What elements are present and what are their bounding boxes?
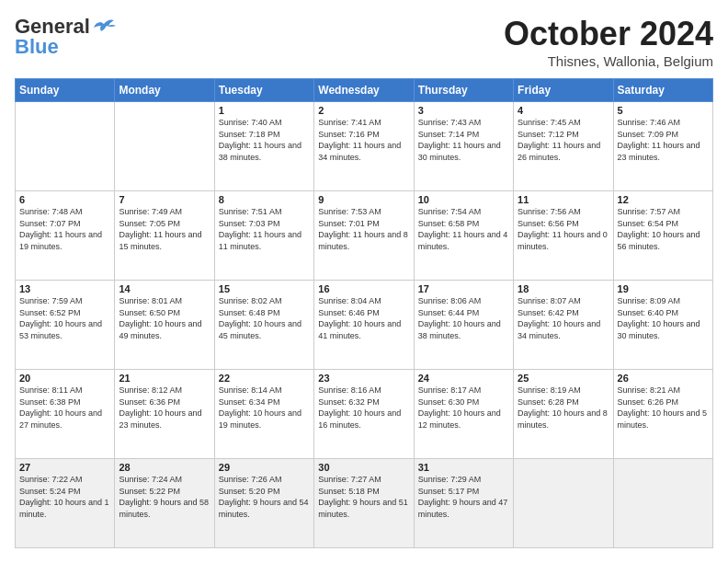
sunset-text: Sunset: 7:16 PM xyxy=(318,130,380,139)
cell-week2-day0: 6Sunrise: 7:48 AMSunset: 7:07 PMDaylight… xyxy=(16,191,115,281)
daylight-text: Daylight: 11 hours and 11 minutes. xyxy=(219,230,301,251)
day-info: Sunrise: 7:40 AMSunset: 7:18 PMDaylight:… xyxy=(219,117,310,163)
sunrise-text: Sunrise: 7:46 AM xyxy=(618,118,681,127)
logo: General Blue xyxy=(15,15,116,59)
day-number: 6 xyxy=(19,194,110,205)
daylight-text: Daylight: 10 hours and 38 minutes. xyxy=(418,319,501,340)
sunrise-text: Sunrise: 8:01 AM xyxy=(119,296,182,305)
daylight-text: Daylight: 10 hours and 45 minutes. xyxy=(219,319,301,340)
day-number: 16 xyxy=(318,283,409,294)
day-number: 10 xyxy=(418,194,509,205)
day-info: Sunrise: 8:02 AMSunset: 6:48 PMDaylight:… xyxy=(219,295,310,341)
sunrise-text: Sunrise: 7:26 AM xyxy=(219,475,282,484)
sunset-text: Sunset: 6:38 PM xyxy=(19,397,81,407)
sunset-text: Sunset: 6:26 PM xyxy=(618,397,679,407)
sunset-text: Sunset: 6:30 PM xyxy=(418,397,480,407)
sunset-text: Sunset: 7:01 PM xyxy=(318,219,380,228)
sunrise-text: Sunrise: 7:59 AM xyxy=(19,296,83,305)
daylight-text: Daylight: 9 hours and 58 minutes. xyxy=(119,498,209,519)
daylight-text: Daylight: 10 hours and 34 minutes. xyxy=(518,319,600,340)
day-info: Sunrise: 7:51 AMSunset: 7:03 PMDaylight:… xyxy=(219,206,310,252)
day-info: Sunrise: 7:48 AMSunset: 7:07 PMDaylight:… xyxy=(19,206,110,252)
logo-bird-icon xyxy=(92,17,116,37)
sunset-text: Sunset: 5:17 PM xyxy=(418,487,480,496)
day-info: Sunrise: 8:09 AMSunset: 6:40 PMDaylight:… xyxy=(618,295,709,341)
cell-week2-day1: 7Sunrise: 7:49 AMSunset: 7:05 PMDaylight… xyxy=(115,191,214,281)
day-number: 3 xyxy=(418,105,509,116)
cell-week4-day0: 20Sunrise: 8:11 AMSunset: 6:38 PMDayligh… xyxy=(16,370,115,459)
cell-week5-day3: 30Sunrise: 7:27 AMSunset: 5:18 PMDayligh… xyxy=(314,459,414,548)
cell-week4-day6: 26Sunrise: 8:21 AMSunset: 6:26 PMDayligh… xyxy=(613,370,712,459)
sunrise-text: Sunrise: 7:43 AM xyxy=(418,118,482,127)
sunrise-text: Sunrise: 7:40 AM xyxy=(219,118,282,127)
month-title: October 2024 xyxy=(504,15,713,53)
sunrise-text: Sunrise: 7:22 AM xyxy=(19,475,83,484)
sunset-text: Sunset: 6:46 PM xyxy=(318,308,380,317)
day-info: Sunrise: 8:21 AMSunset: 6:26 PMDaylight:… xyxy=(618,385,709,431)
cell-week3-day6: 19Sunrise: 8:09 AMSunset: 6:40 PMDayligh… xyxy=(613,281,712,370)
cell-week4-day1: 21Sunrise: 8:12 AMSunset: 6:36 PMDayligh… xyxy=(115,370,214,459)
sunset-text: Sunset: 6:34 PM xyxy=(219,397,280,407)
cell-week4-day4: 24Sunrise: 8:17 AMSunset: 6:30 PMDayligh… xyxy=(414,370,513,459)
week-row-5: 27Sunrise: 7:22 AMSunset: 5:24 PMDayligh… xyxy=(16,459,713,548)
calendar-header-row: Sunday Monday Tuesday Wednesday Thursday… xyxy=(16,79,713,102)
day-number: 9 xyxy=(318,194,409,205)
day-number: 18 xyxy=(518,283,609,294)
sunset-text: Sunset: 7:14 PM xyxy=(418,130,480,139)
sunrise-text: Sunrise: 7:54 AM xyxy=(418,207,482,216)
cell-week1-day0 xyxy=(16,102,115,191)
sunset-text: Sunset: 6:44 PM xyxy=(418,308,480,317)
title-block: October 2024 Thisnes, Wallonia, Belgium xyxy=(504,15,713,69)
day-number: 13 xyxy=(19,283,110,294)
cell-week5-day1: 28Sunrise: 7:24 AMSunset: 5:22 PMDayligh… xyxy=(115,459,214,548)
day-number: 23 xyxy=(318,373,409,384)
sunrise-text: Sunrise: 8:06 AM xyxy=(418,296,482,305)
day-number: 30 xyxy=(318,462,409,473)
day-info: Sunrise: 7:54 AMSunset: 6:58 PMDaylight:… xyxy=(418,206,509,252)
daylight-text: Daylight: 11 hours and 34 minutes. xyxy=(318,141,401,162)
day-info: Sunrise: 8:12 AMSunset: 6:36 PMDaylight:… xyxy=(119,385,210,431)
day-info: Sunrise: 7:57 AMSunset: 6:54 PMDaylight:… xyxy=(618,206,709,252)
daylight-text: Daylight: 11 hours and 30 minutes. xyxy=(418,141,501,162)
col-friday: Friday xyxy=(514,79,613,102)
cell-week5-day0: 27Sunrise: 7:22 AMSunset: 5:24 PMDayligh… xyxy=(16,459,115,548)
week-row-3: 13Sunrise: 7:59 AMSunset: 6:52 PMDayligh… xyxy=(16,281,713,370)
cell-week3-day5: 18Sunrise: 8:07 AMSunset: 6:42 PMDayligh… xyxy=(514,281,613,370)
daylight-text: Daylight: 10 hours and 8 minutes. xyxy=(518,408,608,430)
day-number: 20 xyxy=(19,373,110,384)
day-info: Sunrise: 8:01 AMSunset: 6:50 PMDaylight:… xyxy=(119,295,210,341)
sunset-text: Sunset: 6:28 PM xyxy=(518,397,579,407)
day-info: Sunrise: 8:07 AMSunset: 6:42 PMDaylight:… xyxy=(518,295,609,341)
sunset-text: Sunset: 5:24 PM xyxy=(19,487,81,496)
day-info: Sunrise: 7:49 AMSunset: 7:05 PMDaylight:… xyxy=(119,206,210,252)
day-number: 19 xyxy=(618,283,709,294)
sunrise-text: Sunrise: 8:07 AM xyxy=(518,296,581,305)
day-number: 24 xyxy=(418,373,509,384)
sunset-text: Sunset: 6:36 PM xyxy=(119,397,180,407)
day-number: 28 xyxy=(119,462,210,473)
day-number: 29 xyxy=(219,462,310,473)
sunrise-text: Sunrise: 8:21 AM xyxy=(618,385,681,395)
sunset-text: Sunset: 5:22 PM xyxy=(119,487,180,496)
day-number: 8 xyxy=(219,194,310,205)
sunrise-text: Sunrise: 7:45 AM xyxy=(518,118,581,127)
daylight-text: Daylight: 11 hours and 23 minutes. xyxy=(618,141,700,162)
daylight-text: Daylight: 10 hours and 19 minutes. xyxy=(219,408,301,430)
sunrise-text: Sunrise: 7:53 AM xyxy=(318,207,381,216)
cell-week2-day4: 10Sunrise: 7:54 AMSunset: 6:58 PMDayligh… xyxy=(414,191,513,281)
week-row-1: 1Sunrise: 7:40 AMSunset: 7:18 PMDaylight… xyxy=(16,102,713,191)
week-row-2: 6Sunrise: 7:48 AMSunset: 7:07 PMDaylight… xyxy=(16,191,713,281)
calendar-table: Sunday Monday Tuesday Wednesday Thursday… xyxy=(15,78,713,548)
daylight-text: Daylight: 9 hours and 47 minutes. xyxy=(418,498,508,519)
cell-week1-day3: 2Sunrise: 7:41 AMSunset: 7:16 PMDaylight… xyxy=(314,102,414,191)
sunset-text: Sunset: 5:18 PM xyxy=(318,487,380,496)
day-number: 7 xyxy=(119,194,210,205)
cell-week1-day6: 5Sunrise: 7:46 AMSunset: 7:09 PMDaylight… xyxy=(613,102,712,191)
sunrise-text: Sunrise: 7:48 AM xyxy=(19,207,83,216)
sunset-text: Sunset: 6:48 PM xyxy=(219,308,280,317)
day-number: 5 xyxy=(618,105,709,116)
day-number: 25 xyxy=(518,373,609,384)
daylight-text: Daylight: 9 hours and 51 minutes. xyxy=(318,498,408,519)
day-info: Sunrise: 7:24 AMSunset: 5:22 PMDaylight:… xyxy=(119,474,210,520)
col-monday: Monday xyxy=(115,79,214,102)
